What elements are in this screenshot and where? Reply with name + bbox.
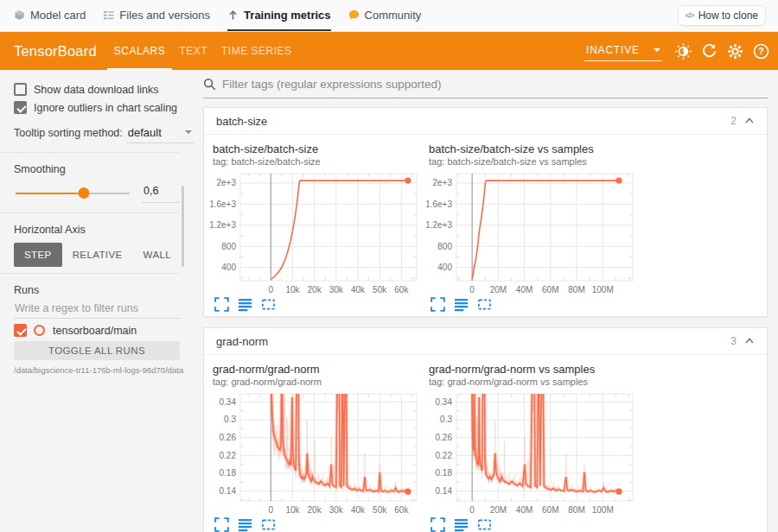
svg-text:0: 0 <box>268 505 273 515</box>
how-to-clone-button[interactable]: </> How to clone <box>678 5 766 26</box>
svg-text:50k: 50k <box>373 505 387 515</box>
files-icon <box>103 10 114 21</box>
chart-title: batch-size/batch-size <box>213 142 424 155</box>
svg-text:0: 0 <box>469 285 475 294</box>
runs-selector-icon[interactable] <box>238 517 252 532</box>
card-title: grad-norm <box>216 335 268 348</box>
svg-text:0.14: 0.14 <box>220 486 237 496</box>
expand-chart-icon[interactable] <box>214 517 229 532</box>
svg-text:40M: 40M <box>516 285 532 294</box>
runs-selector-icon[interactable] <box>454 517 469 532</box>
search-icon <box>203 78 216 91</box>
show-download-links-checkbox[interactable] <box>14 83 27 96</box>
divider <box>0 152 180 153</box>
ignore-outliers-checkbox[interactable] <box>14 101 27 114</box>
card-header[interactable]: grad-norm 3 <box>204 328 767 355</box>
filter-tags-input[interactable]: Filter tags (regular expressions support… <box>203 75 768 98</box>
expand-chart-icon[interactable] <box>430 297 445 312</box>
svg-text:40k: 40k <box>351 505 366 515</box>
smoothing-value[interactable]: 0,6 <box>142 185 180 203</box>
svg-text:0: 0 <box>469 505 475 515</box>
chevron-down-icon <box>654 48 660 52</box>
tab-community[interactable]: Community <box>348 0 422 31</box>
svg-text:0.34: 0.34 <box>220 397 237 407</box>
tag-card-batch-size: batch-size 2 batch-size/batch-sizetag: b… <box>203 107 768 317</box>
status-label: INACTIVE <box>586 44 640 56</box>
axis-step-button[interactable]: STEP <box>14 243 62 267</box>
svg-text:40M: 40M <box>516 505 532 515</box>
run-checkbox[interactable] <box>14 324 27 337</box>
tab-model-card[interactable]: Model card <box>14 0 86 31</box>
theme-contrast-icon[interactable] <box>675 43 692 60</box>
svg-text:0.26: 0.26 <box>436 433 453 442</box>
run-filter-input[interactable]: Write a regex to filter runs <box>14 302 180 319</box>
svg-text:2e+3: 2e+3 <box>432 178 452 187</box>
tab-label: Files and versions <box>119 9 210 22</box>
svg-text:0.22: 0.22 <box>220 451 237 460</box>
chart-plot[interactable]: 4008001.2e+31.6e+32e+3020M40M60M80M100M <box>424 168 640 296</box>
chart-title: batch-size/batch-size vs samples <box>429 142 640 155</box>
axis-relative-button[interactable]: RELATIVE <box>62 243 133 267</box>
runs-selector-icon[interactable] <box>238 297 252 312</box>
tab-training-metrics[interactable]: Training metrics <box>227 0 330 31</box>
settings-gear-icon[interactable] <box>727 43 743 60</box>
card-title: batch-size <box>216 115 267 128</box>
svg-text:800: 800 <box>221 242 236 251</box>
svg-text:10k: 10k <box>285 505 300 515</box>
tab-text[interactable]: TEXT <box>172 32 214 70</box>
fit-domain-icon[interactable] <box>261 297 276 312</box>
scalar-chart: batch-size/batch-size vs samplestag: bat… <box>424 138 640 312</box>
tab-label: Community <box>365 9 422 22</box>
svg-text:0: 0 <box>268 285 273 294</box>
chart-tag: tag: batch-size/batch-size vs samples <box>429 156 640 167</box>
runs-selector-icon[interactable] <box>454 297 469 312</box>
svg-text:400: 400 <box>437 263 452 272</box>
svg-text:0.22: 0.22 <box>436 451 453 460</box>
chart-plot[interactable]: 0.140.180.220.260.30.34010k20k30k40k50k6… <box>207 389 424 516</box>
settings-sidebar: Show data download links Ignore outliers… <box>0 70 194 532</box>
tab-label: Training metrics <box>244 9 330 22</box>
dashboard-content: Show data download links Ignore outliers… <box>0 70 778 532</box>
expand-chart-icon[interactable] <box>214 297 229 312</box>
svg-text:0.3: 0.3 <box>440 415 452 424</box>
tooltip-sorting-select[interactable]: default <box>126 126 194 143</box>
sidebar-scrollbar[interactable] <box>182 186 184 267</box>
svg-text:40k: 40k <box>351 285 366 294</box>
svg-text:400: 400 <box>221 263 236 272</box>
reload-status-dropdown[interactable]: INACTIVE <box>584 41 662 61</box>
svg-text:50k: 50k <box>373 285 387 294</box>
run-name: tensorboard/main <box>53 325 137 337</box>
card-header[interactable]: batch-size 2 <box>204 108 767 135</box>
collapse-chevron-icon[interactable] <box>744 336 755 346</box>
svg-text:0.14: 0.14 <box>436 486 453 496</box>
tab-files-and-versions[interactable]: Files and versions <box>103 0 210 31</box>
slider-thumb[interactable] <box>79 187 90 199</box>
svg-text:1.6e+3: 1.6e+3 <box>209 200 236 209</box>
scalar-chart: grad-norm/grad-norm vs samplestag: grad-… <box>424 358 640 532</box>
fit-domain-icon[interactable] <box>477 297 492 312</box>
collapse-chevron-icon[interactable] <box>744 116 755 126</box>
fit-domain-icon[interactable] <box>477 517 492 532</box>
axis-wall-button[interactable]: WALL <box>133 243 182 267</box>
tab-scalars[interactable]: SCALARS <box>107 32 173 70</box>
svg-text:1.2e+3: 1.2e+3 <box>209 220 236 230</box>
tensorboard-toolbar: TensorBoard SCALARS TEXT TIME SERIES INA… <box>0 32 778 70</box>
tab-time-series[interactable]: TIME SERIES <box>214 32 299 70</box>
log-directory-path: /data/bigscience-tr11-176b-ml-logs-96d70… <box>14 365 180 375</box>
svg-text:0.34: 0.34 <box>436 397 453 407</box>
help-icon[interactable]: ? <box>753 43 769 60</box>
runs-label: Runs <box>14 284 180 296</box>
smoothing-slider[interactable] <box>16 193 130 195</box>
scalar-chart: grad-norm/grad-normtag: grad-norm/grad-n… <box>207 358 424 532</box>
chart-plot[interactable]: 4008001.2e+31.6e+32e+3010k20k30k40k50k60… <box>207 168 424 296</box>
horizontal-axis-label: Horizontal Axis <box>14 224 180 236</box>
fit-domain-icon[interactable] <box>261 517 276 532</box>
chart-plot[interactable]: 0.140.180.220.260.30.34020M40M60M80M100M <box>424 389 640 516</box>
chart-tag: tag: batch-size/batch-size <box>213 156 424 167</box>
expand-chart-icon[interactable] <box>430 517 445 532</box>
metrics-icon <box>227 10 239 21</box>
toggle-all-runs-button[interactable]: TOGGLE ALL RUNS <box>14 341 180 360</box>
svg-text:30k: 30k <box>329 505 344 515</box>
refresh-icon[interactable] <box>701 43 717 60</box>
tensorboard-logo: TensorBoard <box>14 43 97 60</box>
